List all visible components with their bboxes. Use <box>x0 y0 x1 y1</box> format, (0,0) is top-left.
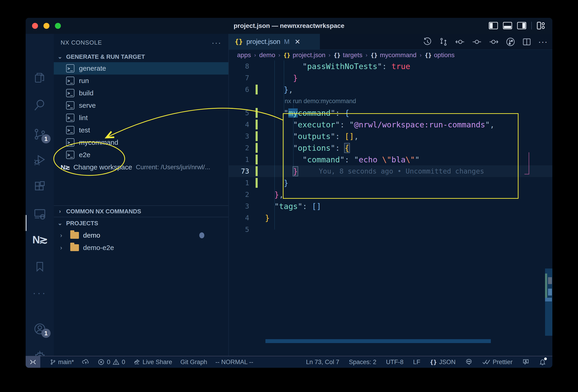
sidebar-more-actions-icon[interactable]: ··· <box>212 38 222 47</box>
breadcrumb-label: apps <box>237 51 251 59</box>
breadcrumb-apps[interactable]: apps <box>237 51 251 59</box>
editor-group: {} project.json M ✕ ··· apps›demo›{}proj… <box>229 34 552 356</box>
github-octoface-icon[interactable] <box>465 358 473 366</box>
nx-logo-icon: N≳ <box>61 164 70 171</box>
extensions-icon[interactable] <box>26 174 54 199</box>
bookmarks-icon[interactable] <box>26 254 54 279</box>
sidebar-item-change-workspace[interactable]: N≳ Change workspace Current: /Users/juri… <box>54 161 228 173</box>
git-graph-button[interactable]: Git Graph <box>180 359 207 366</box>
line-number: 3 <box>229 202 253 210</box>
close-tab-icon[interactable]: ✕ <box>294 38 300 46</box>
section-generate-run-target[interactable]: ⌄ GENERATE & RUN TARGET <box>54 51 228 62</box>
codelens-row[interactable]: nx run demo:mycommand <box>229 95 552 107</box>
project-status-dot <box>199 232 204 238</box>
minimize-window-button[interactable] <box>44 23 49 29</box>
sidebar-item-mycommand[interactable]: >_mycommand <box>54 136 228 149</box>
search-icon[interactable] <box>26 93 54 118</box>
section-projects[interactable]: ⌄ PROJECTS <box>54 217 228 229</box>
encoding-setting[interactable]: UTF-8 <box>386 359 404 366</box>
scm-badge: 1 <box>42 134 50 143</box>
folder-icon <box>70 232 79 239</box>
split-editor-icon[interactable] <box>522 37 531 46</box>
language-mode[interactable]: {} JSON <box>430 359 456 366</box>
modified-line-gutter-bar <box>256 120 258 130</box>
current-change-icon[interactable] <box>472 37 482 46</box>
remote-explorer-icon[interactable] <box>26 202 54 227</box>
target-label: build <box>79 89 93 97</box>
breadcrumb-demo[interactable]: demo <box>259 51 275 59</box>
vim-mode-indicator[interactable]: -- NORMAL -- <box>215 359 253 366</box>
previous-change-icon[interactable] <box>455 37 465 46</box>
breadcrumb-label: targets <box>343 51 362 59</box>
indentation-setting[interactable]: Spaces: 2 <box>349 359 376 366</box>
terminal-icon: >_ <box>66 101 74 110</box>
code-line: 6 }, <box>229 84 552 95</box>
explorer-icon[interactable] <box>26 65 54 90</box>
breadcrumb-targets[interactable]: {}targets <box>334 51 362 59</box>
toggle-panel-icon[interactable] <box>503 22 512 29</box>
run-commit-graph-icon[interactable] <box>506 37 515 47</box>
toggle-sidebar-icon[interactable] <box>489 22 498 29</box>
terminal-icon: >_ <box>66 114 74 122</box>
horizontal-scrollbar[interactable] <box>265 339 491 343</box>
accounts-icon[interactable]: 1 <box>26 316 54 342</box>
code-editor[interactable]: 8 "passWithNoTests": true7 }6 },nx run d… <box>229 60 552 356</box>
json-braces-icon: {} <box>425 52 432 59</box>
close-window-button[interactable] <box>32 23 38 29</box>
zoom-window-button[interactable] <box>55 23 61 29</box>
code-text: "tags": [] <box>265 202 321 211</box>
breadcrumb-separator-icon: › <box>420 52 422 58</box>
git-branch-status[interactable]: main* <box>50 359 74 366</box>
project-item-demo-e2e[interactable]: ›demo-e2e <box>54 242 228 254</box>
breadcrumb-separator-icon: › <box>329 52 331 58</box>
remote-indicator[interactable] <box>26 356 40 368</box>
target-label: run <box>79 77 89 85</box>
sidebar-item-e2e[interactable]: >_e2e <box>54 149 228 161</box>
target-label: e2e <box>79 151 90 159</box>
sidebar-item-serve[interactable]: >_serve <box>54 99 228 112</box>
run-debug-icon[interactable] <box>26 147 54 173</box>
notifications-bell[interactable] <box>539 358 546 366</box>
more-views-icon[interactable]: ··· <box>26 280 54 305</box>
cursor-position[interactable]: Ln 73, Col 7 <box>306 359 339 366</box>
compare-changes-icon[interactable] <box>439 37 448 46</box>
problems-status[interactable]: 0 0 <box>98 359 125 366</box>
editor-more-actions-icon[interactable]: ··· <box>538 37 548 47</box>
source-control-icon[interactable]: 1 <box>26 122 54 147</box>
customize-layout-icon[interactable] <box>537 22 545 30</box>
section-common-nx-commands[interactable]: › COMMON NX COMMANDS <box>54 205 228 217</box>
tab-project-json[interactable]: {} project.json M ✕ <box>229 34 320 49</box>
line-number: 4 <box>229 214 253 222</box>
terminal-icon: >_ <box>66 89 74 97</box>
json-braces-icon: {} <box>430 359 437 365</box>
sync-changes-button[interactable] <box>82 359 90 365</box>
modified-line-gutter-bar <box>256 155 258 165</box>
breadcrumb-project-json[interactable]: {}project.json <box>284 51 325 59</box>
sidebar-item-test[interactable]: >_test <box>54 124 228 136</box>
sidebar-item-lint[interactable]: >_lint <box>54 112 228 124</box>
codelens-run-command[interactable]: nx run demo:mycommand <box>285 98 356 105</box>
timeline-history-icon[interactable] <box>423 37 432 46</box>
vertical-scrollbar[interactable] <box>545 268 552 336</box>
nx-console-icon[interactable]: N≳ <box>26 227 54 252</box>
formatter-status[interactable]: Prettier <box>482 359 513 366</box>
modified-line-gutter-bar <box>256 143 258 153</box>
code-line: 3 "tags": [] <box>229 200 552 212</box>
breadcrumb-mycommand[interactable]: {}mycommand <box>371 51 416 59</box>
sidebar-item-run[interactable]: >_run <box>54 75 228 87</box>
feedback-icon[interactable] <box>522 358 530 366</box>
live-share-button[interactable]: Live Share <box>133 359 172 366</box>
chevron-down-icon: ⌄ <box>57 220 63 226</box>
chevron-right-icon: › <box>60 244 66 251</box>
sidebar-item-build[interactable]: >_build <box>54 87 228 99</box>
code-text: "outputs": [], <box>265 132 359 141</box>
code-text: } <box>265 73 298 83</box>
next-change-icon[interactable] <box>489 37 499 46</box>
sidebar-item-generate[interactable]: >_generate <box>54 62 228 75</box>
project-item-demo[interactable]: ›demo <box>54 229 228 242</box>
breadcrumb-options[interactable]: {}options <box>425 51 454 59</box>
eol-setting[interactable]: LF <box>413 359 420 366</box>
titlebar-separator <box>531 22 532 30</box>
modified-line-gutter-bar <box>256 131 258 141</box>
toggle-secondary-sidebar-icon[interactable] <box>517 22 526 29</box>
